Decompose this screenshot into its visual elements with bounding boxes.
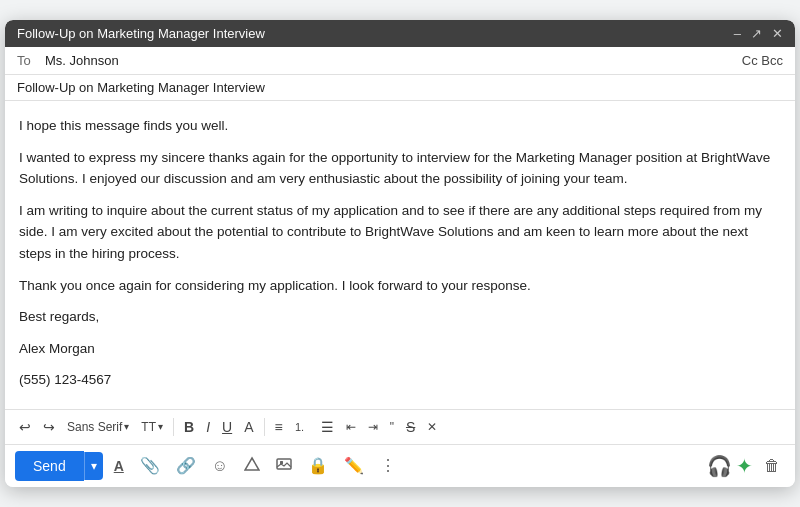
indent-increase-button[interactable]: ⇥ bbox=[364, 417, 382, 437]
svg-rect-3 bbox=[280, 461, 283, 464]
separator-2 bbox=[264, 418, 265, 436]
emoji-button[interactable]: ☺ bbox=[207, 453, 233, 479]
drive-button[interactable] bbox=[239, 452, 265, 480]
font-family-select[interactable]: Sans Serif ▾ bbox=[63, 418, 133, 436]
redo-button[interactable]: ↪ bbox=[39, 416, 59, 438]
photo-button[interactable] bbox=[271, 452, 297, 480]
minimize-button[interactable]: – bbox=[734, 26, 741, 41]
format-text-button[interactable]: A bbox=[109, 453, 129, 479]
remove-formatting-button[interactable]: ✕ bbox=[423, 417, 441, 437]
attachment-button[interactable]: 📎 bbox=[135, 452, 165, 479]
pencil-button[interactable]: ✏️ bbox=[339, 452, 369, 479]
font-color-button[interactable]: A bbox=[240, 416, 257, 438]
email-body[interactable]: I hope this message finds you well. I wa… bbox=[5, 101, 795, 409]
body-line-6: Alex Morgan bbox=[19, 338, 781, 360]
formatting-toolbar: ↩ ↪ Sans Serif ▾ TT ▾ B I U A ≡ 1. ☰ ⇤ ⇥… bbox=[5, 409, 795, 444]
indent-decrease-button[interactable]: ⇤ bbox=[342, 417, 360, 437]
body-line-7: (555) 123-4567 bbox=[19, 369, 781, 391]
font-size-chevron: ▾ bbox=[158, 421, 163, 432]
ai-icons: 🎧 ✦ bbox=[707, 454, 753, 478]
bottom-action-bar: Send ▾ A 📎 🔗 ☺ 🔒 ✏️ ⋮ 🎧 ✦ 🗑 bbox=[5, 444, 795, 487]
body-line-3: I am writing to inquire about the curren… bbox=[19, 200, 781, 265]
bold-button[interactable]: B bbox=[180, 416, 198, 438]
font-size-label: TT bbox=[141, 420, 156, 434]
gemini-icon[interactable]: ✦ bbox=[736, 454, 753, 478]
ai-assist-icon[interactable]: 🎧 bbox=[707, 454, 732, 478]
undo-button[interactable]: ↩ bbox=[15, 416, 35, 438]
body-line-2: I wanted to express my sincere thanks ag… bbox=[19, 147, 781, 190]
restore-button[interactable]: ↗ bbox=[751, 26, 762, 41]
window-title: Follow-Up on Marketing Manager Interview bbox=[17, 26, 265, 41]
italic-button[interactable]: I bbox=[202, 416, 214, 438]
align-button[interactable]: ≡ bbox=[271, 416, 287, 438]
title-bar: Follow-Up on Marketing Manager Interview… bbox=[5, 20, 795, 47]
bullet-list-button[interactable]: ☰ bbox=[317, 416, 338, 438]
discard-button[interactable]: 🗑 bbox=[759, 453, 785, 479]
title-bar-controls: – ↗ ✕ bbox=[734, 26, 783, 41]
svg-text:1.: 1. bbox=[295, 421, 304, 433]
svg-marker-1 bbox=[245, 458, 259, 470]
separator-1 bbox=[173, 418, 174, 436]
send-button-group: Send ▾ bbox=[15, 451, 103, 481]
body-line-1: I hope this message finds you well. bbox=[19, 115, 781, 137]
font-family-label: Sans Serif bbox=[67, 420, 122, 434]
strikethrough-button[interactable]: S bbox=[402, 416, 419, 438]
font-family-chevron: ▾ bbox=[124, 421, 129, 432]
subject-value[interactable]: Follow-Up on Marketing Manager Interview bbox=[17, 80, 265, 95]
blockquote-button[interactable]: " bbox=[386, 417, 398, 437]
to-row: To Ms. Johnson Cc Bcc bbox=[5, 47, 795, 75]
close-button[interactable]: ✕ bbox=[772, 26, 783, 41]
underline-button[interactable]: U bbox=[218, 416, 236, 438]
more-options-button[interactable]: ⋮ bbox=[375, 452, 401, 479]
send-button[interactable]: Send bbox=[15, 451, 84, 481]
compose-window: Follow-Up on Marketing Manager Interview… bbox=[5, 20, 795, 487]
to-label: To bbox=[17, 53, 37, 68]
body-line-5: Best regards, bbox=[19, 306, 781, 328]
body-line-4: Thank you once again for considering my … bbox=[19, 275, 781, 297]
cc-bcc-button[interactable]: Cc Bcc bbox=[742, 53, 783, 68]
subject-row: Follow-Up on Marketing Manager Interview bbox=[5, 75, 795, 101]
link-button[interactable]: 🔗 bbox=[171, 452, 201, 479]
to-value[interactable]: Ms. Johnson bbox=[45, 53, 742, 68]
lock-button[interactable]: 🔒 bbox=[303, 452, 333, 479]
font-size-select[interactable]: TT ▾ bbox=[137, 418, 167, 436]
send-dropdown-button[interactable]: ▾ bbox=[84, 452, 103, 480]
svg-rect-2 bbox=[277, 459, 291, 469]
numbered-list-button[interactable]: 1. bbox=[291, 417, 313, 437]
